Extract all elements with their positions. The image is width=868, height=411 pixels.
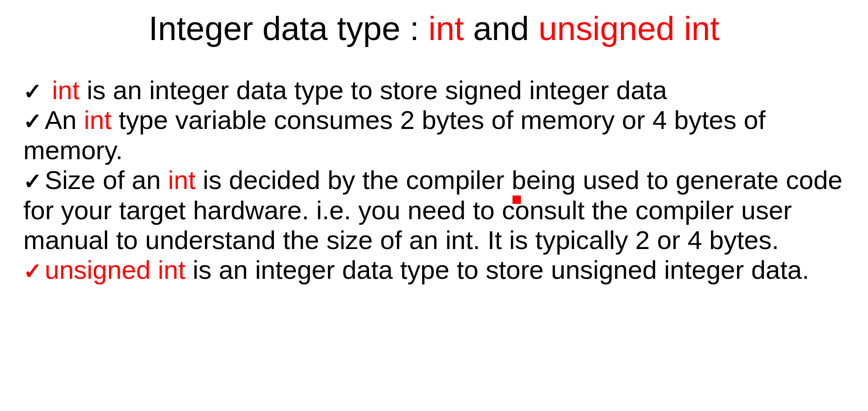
bullet-2-pre: An [45,105,84,135]
slide: Integer data type : int and unsigned int… [0,0,868,411]
bullet-4: ✓unsigned int is an integer data type to… [23,255,845,285]
bullet-2-text: type variable consumes 2 bytes of memory… [23,105,765,164]
title-text-pre: Integer data type : [149,10,428,47]
checkmark-icon: ✓ [23,79,42,104]
title-text-mid: and [464,10,539,47]
bullet-1-keyword: int [52,75,80,105]
bullet-3-keyword: int [168,165,196,195]
checkmark-icon: ✓ [23,258,42,284]
checkmark-icon: ✓ [23,108,42,134]
laser-pointer-icon [513,195,521,204]
checkmark-icon: ✓ [23,168,42,194]
title-keyword-unsigned-int: unsigned int [539,10,719,47]
bullet-3: ✓Size of an int is decided by the compil… [23,165,845,255]
bullet-1: ✓ int is an integer data type to store s… [23,75,845,105]
slide-body: ✓ int is an integer data type to store s… [0,47,868,285]
bullet-2: ✓An int type variable consumes 2 bytes o… [23,105,845,165]
bullet-4-keyword: unsigned int [45,255,185,284]
bullet-3-pre: Size of an [45,165,168,195]
title-keyword-int: int [428,10,464,47]
slide-title: Integer data type : int and unsigned int [0,0,868,47]
bullet-4-text: is an integer data type to store unsigne… [185,255,809,284]
bullet-1-text: is an integer data type to store signed … [80,75,667,105]
bullet-2-keyword: int [84,105,111,135]
